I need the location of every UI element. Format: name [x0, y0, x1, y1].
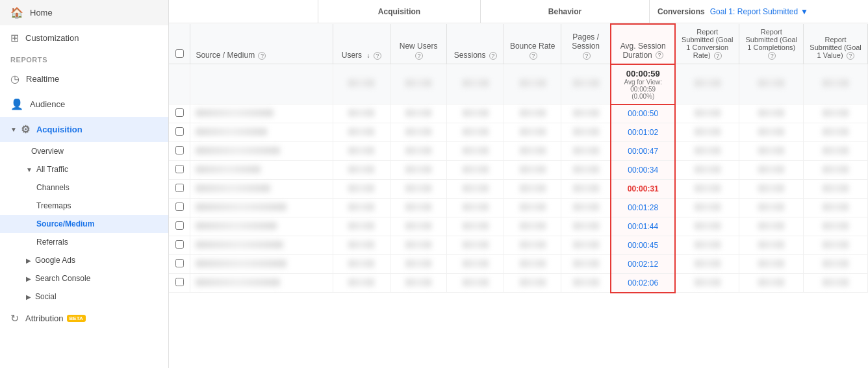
row1-checkbox-cell[interactable]	[169, 104, 190, 123]
sidebar-audience-label: Audience	[30, 99, 65, 109]
sidebar-item-realtime[interactable]: ◷ Realtime	[0, 66, 168, 92]
home-icon: 🏠	[10, 6, 23, 19]
google-ads-expand-arrow: ▶	[26, 257, 31, 264]
sidebar-google-ads-label: Google Ads	[35, 256, 75, 265]
row3-avg-session: 00:00:47	[611, 142, 675, 161]
goal-selector[interactable]: Goal 1: Report Submitted ▼	[710, 7, 808, 16]
goal-value-help-icon[interactable]: ?	[847, 52, 854, 60]
sidebar-item-home[interactable]: 🏠 Home	[0, 0, 168, 25]
sidebar-item-overview[interactable]: Overview	[0, 142, 168, 160]
sidebar-home-label: Home	[30, 8, 53, 18]
behavior-group-header: Behavior	[481, 0, 650, 23]
main-content: Acquisition Behavior Conversions Goal 1:…	[169, 0, 868, 368]
sidebar-item-social[interactable]: ▶ Social	[0, 288, 168, 306]
row1-new-users	[390, 104, 447, 123]
sidebar: 🏠 Home ⊞ Customization REPORTS ◷ Realtim…	[0, 0, 169, 368]
sidebar-item-source-medium[interactable]: Source/Medium	[0, 215, 168, 233]
col-report-submitted-conversion: Report Submitted (Goal 1 Conversion Rate…	[675, 24, 739, 64]
bounce-rate-help-icon[interactable]: ?	[530, 52, 537, 60]
sidebar-attribution-label: Attribution	[25, 313, 64, 323]
conversion-rate-help-icon[interactable]: ?	[714, 52, 722, 60]
r1-sess-b	[463, 109, 489, 117]
summary-bounce-rate	[504, 64, 561, 104]
col-sessions: Sessions ?	[447, 24, 504, 64]
sidebar-item-all-traffic[interactable]: ▼ All Traffic	[0, 160, 168, 178]
col-users: Users ↓ ?	[333, 24, 390, 64]
summary-goal-value	[804, 64, 868, 104]
audience-icon: 👤	[10, 98, 23, 110]
r1-users-b	[348, 109, 374, 117]
row1-checkbox[interactable]	[175, 108, 184, 117]
summary-source-cell	[190, 64, 333, 104]
row1-bounce	[504, 104, 561, 123]
col-bounce-rate: Bounce Rate ?	[504, 24, 561, 64]
row7-avg-session: 00:01:44	[611, 217, 675, 236]
sidebar-item-attribution[interactable]: ↻ Attribution BETA	[0, 306, 168, 331]
sidebar-search-console-label: Search Console	[35, 274, 90, 283]
new-users-blurred	[405, 79, 431, 87]
sessions-help-icon[interactable]: ?	[489, 52, 497, 60]
table-row: 00:02:12	[169, 255, 868, 274]
row8-avg-session: 00:00:45	[611, 236, 675, 255]
new-users-help-icon[interactable]: ?	[415, 52, 423, 60]
sidebar-overview-label: Overview	[31, 147, 64, 156]
r1-nu-b	[405, 109, 431, 117]
users-help-icon[interactable]: ?	[374, 52, 381, 60]
sidebar-item-acquisition[interactable]: ▼ ⚙ Acquisition	[0, 117, 168, 142]
summary-subtext: Avg for View: 00:00:59 (0.00%)	[617, 79, 669, 100]
row1-source-blurred	[196, 109, 274, 117]
sidebar-item-treemaps[interactable]: Treemaps	[0, 197, 168, 215]
table-row: 00:02:06	[169, 274, 868, 293]
sidebar-item-search-console[interactable]: ▶ Search Console	[0, 269, 168, 288]
acquisition-icon: ⚙	[21, 123, 30, 136]
sidebar-item-referrals[interactable]: Referrals	[0, 233, 168, 251]
row10-avg-session: 00:02:06	[611, 274, 675, 293]
pages-session-help-icon[interactable]: ?	[583, 52, 591, 60]
select-all-checkbox-header[interactable]	[169, 24, 190, 64]
r1-pages-b	[573, 109, 599, 117]
table-row: 00:00:45	[169, 236, 868, 255]
table-row: 00:01:02	[169, 123, 868, 142]
avg-session-help-icon[interactable]: ?	[656, 51, 663, 59]
sidebar-reports-section: REPORTS	[0, 51, 168, 66]
avg-for-view-label: Avg for View:	[624, 79, 662, 86]
sidebar-source-medium-label: Source/Medium	[36, 219, 94, 228]
row9-avg-session: 00:02:12	[611, 255, 675, 274]
sidebar-item-audience[interactable]: 👤 Audience	[0, 92, 168, 117]
select-all-checkbox[interactable]	[175, 49, 184, 58]
row5-avg-session: 00:00:31	[611, 180, 675, 199]
row1-pages	[561, 104, 611, 123]
completions-blurred	[758, 79, 784, 87]
sidebar-social-label: Social	[35, 292, 57, 301]
col-new-users: New Users ?	[390, 24, 447, 64]
goal-dropdown-arrow[interactable]: ▼	[800, 7, 808, 16]
row1-sessions	[447, 104, 504, 123]
row4-avg-session: 00:00:34	[611, 161, 675, 180]
col-avg-session-duration: Avg. Session Duration ?	[611, 24, 675, 64]
completions-help-icon[interactable]: ?	[768, 52, 776, 60]
summary-checkbox-cell	[169, 64, 190, 104]
row1-source[interactable]	[190, 104, 333, 123]
sidebar-item-google-ads[interactable]: ▶ Google Ads	[0, 251, 168, 269]
acquisition-expand-arrow: ▼	[10, 126, 17, 133]
col-pages-session: Pages /Session ?	[561, 24, 611, 64]
sidebar-item-customization[interactable]: ⊞ Customization	[0, 25, 168, 51]
summary-time: 00:00:59	[626, 69, 660, 79]
row1-conv-rate	[675, 104, 739, 123]
source-medium-table: Source / Medium ? Users ↓ ? New Users ? …	[169, 23, 868, 293]
row1-time-link[interactable]: 00:00:50	[628, 109, 658, 118]
data-table-container: Source / Medium ? Users ↓ ? New Users ? …	[169, 23, 868, 368]
sessions-blurred	[463, 79, 489, 87]
avg-pct: (0.00%)	[632, 93, 654, 100]
users-sort-arrow[interactable]: ↓	[366, 52, 370, 59]
col-report-submitted-completions: Report Submitted (Goal 1 Completions) ?	[739, 24, 804, 64]
row1-goal-val	[804, 104, 868, 123]
row2-checkbox[interactable]	[175, 127, 184, 136]
summary-users	[333, 64, 390, 104]
conv-rate-blurred	[695, 79, 721, 87]
table-row: 00:01:28	[169, 199, 868, 217]
source-medium-help-icon[interactable]: ?	[258, 52, 266, 60]
sidebar-item-channels[interactable]: Channels	[0, 178, 168, 197]
search-console-expand-arrow: ▶	[26, 275, 31, 282]
avg-value: 00:00:59	[630, 86, 656, 93]
